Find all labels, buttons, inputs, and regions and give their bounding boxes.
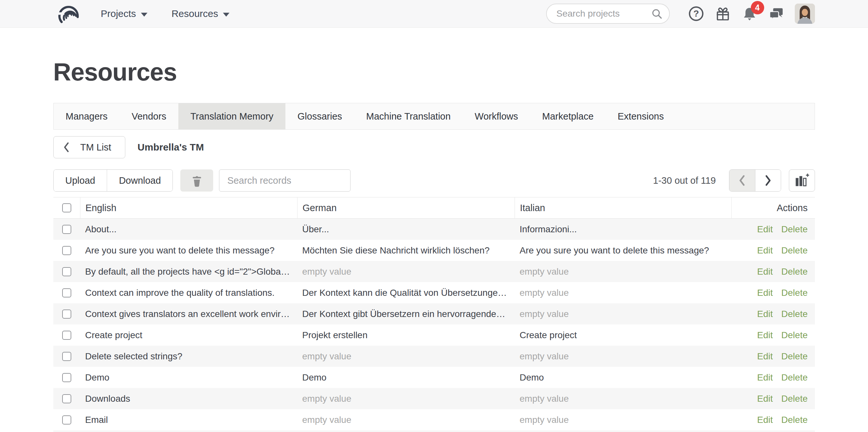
notifications-bell-icon[interactable]: 4	[741, 5, 758, 23]
columns-icon	[794, 173, 810, 188]
user-avatar[interactable]	[795, 4, 815, 24]
delete-link[interactable]: Delete	[781, 224, 808, 235]
cell-english: Downloads	[80, 394, 297, 404]
delete-link[interactable]: Delete	[781, 309, 808, 319]
row-checkbox[interactable]	[62, 288, 71, 297]
gift-icon[interactable]	[714, 5, 732, 23]
row-checkbox[interactable]	[62, 415, 71, 425]
cell-german: empty value	[297, 266, 515, 277]
cell-italian: empty value	[515, 288, 731, 298]
tab-vendors[interactable]: Vendors	[119, 103, 178, 129]
cell-english: Context can improve the quality of trans…	[80, 288, 297, 298]
cell-italian: empty value	[515, 309, 731, 319]
table-header-row: English German Italian Actions	[53, 197, 815, 219]
cell-german: empty value	[297, 415, 515, 425]
row-checkbox[interactable]	[62, 310, 71, 319]
nav-projects-menu[interactable]: Projects	[101, 8, 148, 19]
tab-glossaries[interactable]: Glossaries	[285, 103, 354, 129]
manage-columns-button[interactable]	[789, 169, 815, 192]
tab-machine-translation[interactable]: Machine Translation	[354, 103, 463, 129]
next-row-partial	[53, 430, 815, 432]
delete-link[interactable]: Delete	[781, 330, 808, 341]
table-row: Delete selected strings? empty value emp…	[53, 346, 815, 367]
delete-link[interactable]: Delete	[781, 372, 808, 383]
table-row: By default, all the projects have <g id=…	[53, 261, 815, 282]
edit-link[interactable]: Edit	[757, 415, 773, 425]
select-all-checkbox[interactable]	[62, 203, 71, 212]
help-icon[interactable]: ?	[687, 5, 705, 23]
tm-name-title: Umbrella's TM	[138, 142, 204, 153]
table-body: About... Über... Informazioni... EditDel…	[53, 219, 815, 432]
back-to-tm-list-button[interactable]: TM List	[53, 136, 125, 159]
row-checkbox[interactable]	[62, 394, 71, 403]
edit-link[interactable]: Edit	[757, 372, 773, 383]
cell-english: Delete selected strings?	[80, 351, 297, 362]
edit-link[interactable]: Edit	[757, 330, 773, 341]
cell-german: Möchten Sie diese Nachricht wirklich lös…	[297, 245, 515, 256]
search-icon	[651, 8, 663, 20]
tab-workflows[interactable]: Workflows	[463, 103, 530, 129]
upload-button[interactable]: Upload	[54, 170, 107, 191]
upload-download-group: Upload Download	[53, 169, 173, 192]
edit-link[interactable]: Edit	[757, 245, 773, 256]
edit-link[interactable]: Edit	[757, 394, 773, 404]
delete-link[interactable]: Delete	[781, 351, 808, 362]
cell-italian: empty value	[515, 266, 731, 277]
cell-english: Demo	[80, 372, 297, 383]
edit-link[interactable]: Edit	[757, 224, 773, 235]
svg-text:?: ?	[693, 8, 699, 19]
projects-search-input[interactable]	[556, 8, 651, 19]
projects-search[interactable]	[546, 4, 670, 24]
row-checkbox[interactable]	[62, 246, 71, 255]
chevron-down-icon	[223, 13, 229, 17]
tab-translation-memory[interactable]: Translation Memory	[178, 103, 285, 129]
cell-german: empty value	[297, 351, 515, 362]
app-logo-icon[interactable]	[53, 3, 82, 25]
tab-marketplace[interactable]: Marketplace	[530, 103, 606, 129]
row-checkbox[interactable]	[62, 331, 71, 340]
tab-managers[interactable]: Managers	[54, 103, 120, 129]
delete-selected-button[interactable]	[180, 169, 213, 192]
nav-resources-menu[interactable]: Resources	[172, 8, 229, 19]
cell-german: Projekt erstellen	[297, 330, 515, 341]
edit-link[interactable]: Edit	[757, 266, 773, 277]
messages-icon[interactable]	[768, 5, 785, 23]
table-row: About... Über... Informazioni... EditDel…	[53, 219, 815, 240]
cell-italian: empty value	[515, 394, 731, 404]
delete-link[interactable]: Delete	[781, 394, 808, 404]
cell-german: Über...	[297, 224, 515, 235]
cell-italian: empty value	[515, 351, 731, 362]
edit-link[interactable]: Edit	[757, 351, 773, 362]
cell-german: Der Kontext gibt Übersetzern ein hervorr…	[297, 309, 515, 319]
cell-english: About...	[80, 224, 297, 235]
back-button-label: TM List	[81, 142, 111, 153]
delete-link[interactable]: Delete	[781, 288, 808, 298]
resources-tab-bar: Managers Vendors Translation Memory Glos…	[53, 103, 815, 129]
next-page-button[interactable]	[755, 170, 781, 191]
trash-icon	[190, 173, 204, 188]
tab-extensions[interactable]: Extensions	[606, 103, 676, 129]
row-checkbox[interactable]	[62, 225, 71, 234]
edit-link[interactable]: Edit	[757, 309, 773, 319]
chevron-left-icon	[63, 142, 70, 153]
breadcrumb: TM List Umbrella's TM	[53, 136, 815, 159]
delete-link[interactable]: Delete	[781, 266, 808, 277]
delete-link[interactable]: Delete	[781, 245, 808, 256]
table-row: Demo Demo Demo EditDelete	[53, 367, 815, 388]
table-row: Context gives translators an excellent w…	[53, 303, 815, 324]
delete-link[interactable]: Delete	[781, 415, 808, 425]
prev-page-button[interactable]	[730, 170, 755, 191]
cell-italian: Are you sure you want to delete this mes…	[515, 245, 731, 256]
row-checkbox[interactable]	[62, 267, 71, 276]
cell-german: Demo	[297, 372, 515, 383]
search-records-input[interactable]	[219, 169, 350, 192]
download-button[interactable]: Download	[107, 170, 173, 191]
cell-italian: Create project	[515, 330, 731, 341]
cell-english: Are you sure you want to delete this mes…	[80, 245, 297, 256]
cell-english: Create project	[80, 330, 297, 341]
edit-link[interactable]: Edit	[757, 288, 773, 298]
page-title: Resources	[53, 58, 815, 86]
row-checkbox[interactable]	[62, 352, 71, 361]
table-row: Create project Projekt erstellen Create …	[53, 324, 815, 346]
row-checkbox[interactable]	[62, 373, 71, 382]
